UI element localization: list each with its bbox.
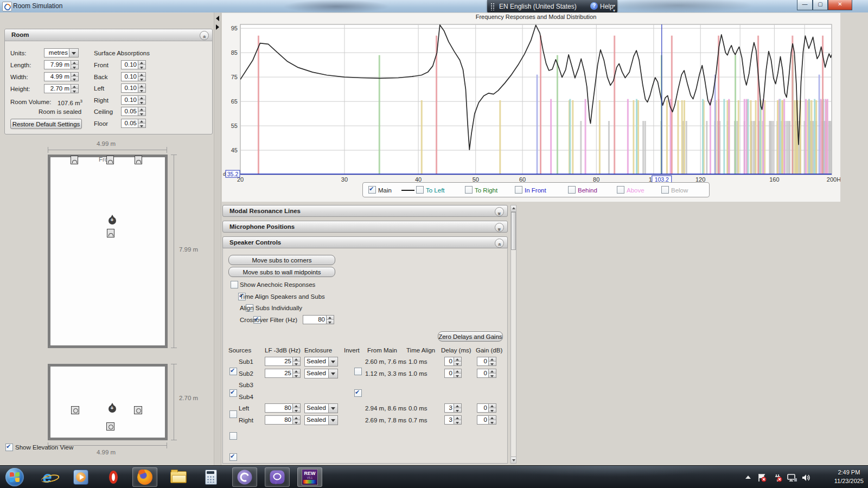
taskbar-item-file-explorer[interactable] bbox=[166, 467, 191, 487]
expand-right-icon[interactable] bbox=[216, 24, 219, 30]
spin-down-icon[interactable] bbox=[489, 420, 496, 424]
gain-input[interactable]: 0 bbox=[477, 415, 496, 425]
taskbar-item-rew[interactable]: REW V5.1 bbox=[297, 467, 322, 487]
spinner-buttons[interactable] bbox=[138, 96, 145, 104]
spin-up-icon[interactable] bbox=[138, 119, 145, 123]
spinner-buttons[interactable] bbox=[292, 369, 300, 377]
legend-checkbox[interactable] bbox=[416, 186, 424, 194]
absorption-input[interactable]: 0.10 bbox=[121, 60, 146, 69]
option-checkbox-0[interactable] bbox=[231, 281, 238, 288]
show-hidden-icons-button[interactable] bbox=[745, 476, 751, 479]
modal-resonance-panel-header[interactable]: Modal Resonance Lines » bbox=[222, 205, 508, 217]
enclosure-dropdown[interactable]: Sealed bbox=[304, 415, 338, 425]
spin-up-icon[interactable] bbox=[293, 369, 300, 373]
enclosure-dropdown[interactable]: Sealed bbox=[304, 403, 338, 413]
collapse-speaker-controls-button[interactable]: » bbox=[495, 239, 504, 248]
spinner-buttons[interactable] bbox=[138, 73, 145, 81]
spinner-buttons[interactable] bbox=[292, 404, 300, 412]
scroll-up-button[interactable] bbox=[511, 206, 516, 212]
taskbar-item-media-player[interactable] bbox=[68, 467, 93, 487]
scroll-down-button[interactable] bbox=[511, 457, 516, 463]
expand-microphone-positions-button[interactable]: » bbox=[495, 223, 504, 232]
spin-down-icon[interactable] bbox=[454, 373, 461, 377]
invert-checkbox[interactable] bbox=[354, 389, 362, 397]
legend-checkbox[interactable] bbox=[617, 186, 624, 194]
legend-checkbox[interactable] bbox=[568, 186, 576, 194]
power-status-icon[interactable] bbox=[773, 473, 782, 484]
spin-up-icon[interactable] bbox=[71, 73, 78, 76]
spin-down-icon[interactable] bbox=[71, 65, 78, 69]
spin-down-icon[interactable] bbox=[71, 76, 78, 81]
spin-up-icon[interactable] bbox=[138, 107, 145, 111]
spin-up-icon[interactable] bbox=[293, 357, 300, 361]
collapse-left-icon[interactable] bbox=[216, 16, 219, 21]
microphone-positions-panel-header[interactable]: Microphone Positions » bbox=[222, 221, 508, 233]
listener-elevation-icon[interactable] bbox=[108, 405, 116, 413]
language-label[interactable]: EN English (United States) bbox=[499, 3, 577, 10]
delay-input[interactable]: 3 bbox=[444, 403, 462, 413]
sub-elevation-icon[interactable] bbox=[106, 422, 114, 431]
spinner-buttons[interactable] bbox=[326, 316, 334, 324]
spinner-buttons[interactable] bbox=[292, 357, 300, 365]
taskbar-item-internet-explorer[interactable]: e bbox=[35, 467, 60, 487]
spin-down-icon[interactable] bbox=[489, 373, 496, 377]
spin-up-icon[interactable] bbox=[454, 369, 461, 373]
left-speaker-icon[interactable] bbox=[71, 156, 78, 164]
spin-up-icon[interactable] bbox=[71, 85, 78, 88]
delay-input[interactable]: 0 bbox=[444, 357, 462, 366]
spin-up-icon[interactable] bbox=[454, 357, 461, 361]
collapse-room-panel-button[interactable]: » bbox=[200, 31, 209, 40]
close-button[interactable]: ✕ bbox=[828, 0, 852, 10]
absorption-input[interactable]: 0.10 bbox=[121, 72, 146, 81]
spin-up-icon[interactable] bbox=[138, 84, 145, 88]
spin-up-icon[interactable] bbox=[454, 404, 461, 408]
absorption-input[interactable]: 0.10 bbox=[121, 95, 146, 105]
legend-checkbox[interactable] bbox=[515, 186, 522, 194]
spin-down-icon[interactable] bbox=[138, 65, 145, 69]
move-subs-corners-button[interactable]: Move subs to corners bbox=[228, 255, 335, 265]
spinner-buttons[interactable] bbox=[71, 73, 78, 81]
spinner-buttons[interactable] bbox=[71, 61, 78, 69]
spin-down-icon[interactable] bbox=[454, 420, 461, 424]
right-speaker-elevation-icon[interactable] bbox=[134, 406, 142, 414]
spin-up-icon[interactable] bbox=[138, 73, 145, 76]
enclosure-dropdown[interactable]: Sealed bbox=[304, 369, 338, 378]
spin-down-icon[interactable] bbox=[454, 361, 461, 365]
gain-input[interactable]: 0 bbox=[477, 403, 496, 413]
spin-up-icon[interactable] bbox=[293, 404, 300, 408]
gain-input[interactable]: 0 bbox=[477, 369, 496, 378]
spin-down-icon[interactable] bbox=[489, 361, 496, 365]
zero-delays-gains-button[interactable]: Zero Delays and Gains bbox=[438, 331, 503, 342]
right-speaker-icon[interactable] bbox=[135, 156, 142, 164]
dropdown-arrow-icon[interactable] bbox=[328, 404, 337, 413]
spin-down-icon[interactable] bbox=[293, 420, 300, 424]
spin-up-icon[interactable] bbox=[138, 61, 145, 65]
spin-up-icon[interactable] bbox=[489, 404, 496, 408]
spinner-buttons[interactable] bbox=[454, 369, 461, 377]
spin-up-icon[interactable] bbox=[454, 416, 461, 420]
spin-up-icon[interactable] bbox=[489, 416, 496, 420]
scrollbar-thumb[interactable] bbox=[511, 212, 516, 250]
units-dropdown[interactable]: metres bbox=[44, 48, 79, 57]
spinner-buttons[interactable] bbox=[138, 61, 145, 69]
restore-defaults-button[interactable]: Restore Default Settings bbox=[10, 119, 82, 129]
taskbar-item-opera[interactable] bbox=[101, 467, 126, 487]
spin-down-icon[interactable] bbox=[138, 88, 145, 92]
frequency-chart[interactable]: 958575655545203040506080100120160200HzFr… bbox=[222, 13, 840, 202]
volume-icon[interactable] bbox=[801, 473, 812, 484]
language-options-icon[interactable]: ▾▾ bbox=[613, 3, 615, 13]
grip-icon[interactable] bbox=[490, 3, 495, 10]
start-button[interactable] bbox=[2, 467, 27, 487]
help-label[interactable]: Help bbox=[600, 3, 614, 10]
spin-up-icon[interactable] bbox=[71, 61, 78, 65]
taskbar-item-firefox[interactable] bbox=[132, 467, 157, 487]
dimension-input[interactable]: 4.99 m bbox=[44, 72, 79, 81]
maximize-button[interactable]: ▢ bbox=[813, 0, 828, 10]
sub2-icon[interactable] bbox=[107, 229, 114, 237]
lf-cutoff-input[interactable]: 80 bbox=[265, 403, 301, 413]
invert-checkbox[interactable] bbox=[354, 368, 362, 375]
spinner-buttons[interactable] bbox=[454, 404, 461, 412]
action-center-icon[interactable] bbox=[757, 473, 767, 484]
delay-input[interactable]: 0 bbox=[444, 369, 462, 378]
taskbar-item-calculator[interactable] bbox=[199, 467, 224, 487]
